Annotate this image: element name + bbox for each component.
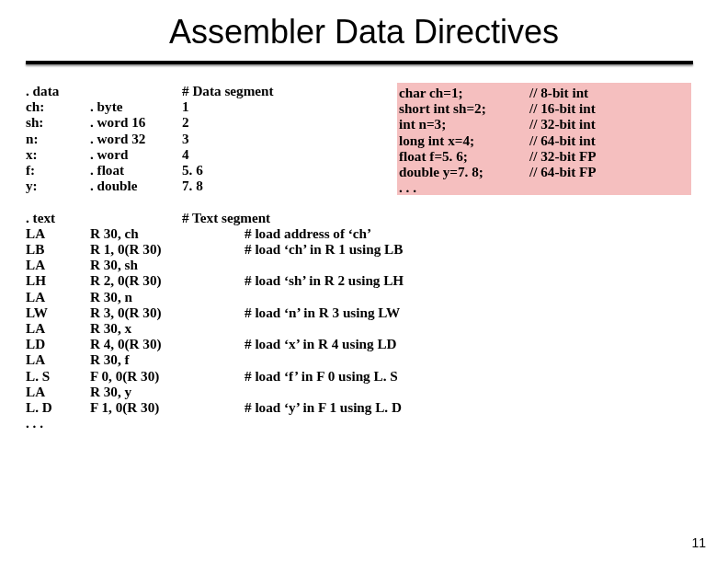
asm-arg: 7. 8 [182, 178, 245, 193]
asm-label: ch: [26, 98, 90, 114]
asm-arg [182, 241, 245, 257]
asm-label: y: [26, 178, 90, 193]
asm-text-row: LH R 2, 0(R 30) # load ‘sh’ in R 2 using… [26, 272, 404, 288]
asm-label: sh: [26, 114, 90, 130]
asm-data-header: . data # Data segment [26, 83, 404, 98]
asm-label: n: [26, 131, 90, 146]
asm-label: f: [26, 162, 90, 178]
asm-op: R 4, 0(R 30) [90, 336, 182, 351]
asm-data-row: sh: . word 16 2 [26, 114, 404, 130]
asm-arg: 2 [182, 114, 245, 130]
asm-op: . byte [90, 98, 182, 114]
asm-label: L. D [26, 399, 90, 415]
asm-op [90, 83, 182, 98]
asm-label: LH [26, 272, 90, 288]
asm-arg [182, 368, 245, 384]
asm-text-row: LW R 3, 0(R 30) # load ‘n’ in R 3 using … [26, 304, 404, 320]
asm-arg [182, 272, 245, 288]
c-code-row: float f=5. 6; // 32-bit FP [399, 148, 691, 164]
asm-arg [182, 304, 245, 320]
asm-label: LA [26, 257, 90, 272]
asm-arg [182, 336, 245, 351]
asm-op: R 30, y [90, 384, 182, 399]
asm-label: LA [26, 351, 90, 367]
asm-op: R 30, ch [90, 225, 182, 241]
asm-text-row: LA R 30, n [26, 289, 404, 304]
asm-label: x: [26, 146, 90, 162]
asm-arg: 4 [182, 146, 245, 162]
asm-label: LD [26, 336, 90, 351]
title-underline [26, 61, 693, 64]
c-code-block: char ch=1; // 8-bit int short int sh=2; … [397, 83, 691, 195]
asm-op: R 30, f [90, 351, 182, 367]
asm-op: . float [90, 162, 182, 178]
asm-arg: 5. 6 [182, 162, 245, 178]
asm-text-row: L. D F 1, 0(R 30) # load ‘y’ in F 1 usin… [26, 399, 404, 415]
asm-op: R 1, 0(R 30) [90, 241, 182, 257]
asm-cmt: # load ‘y’ in F 1 using L. D [245, 399, 402, 415]
asm-op: F 1, 0(R 30) [90, 399, 182, 415]
asm-op: F 0, 0(R 30) [90, 368, 182, 384]
c-code-row: long int x=4; // 64-bit int [399, 132, 691, 148]
asm-text-row: L. S F 0, 0(R 30) # load ‘f’ in F 0 usin… [26, 368, 404, 384]
c-stmt: . . . [399, 179, 529, 195]
asm-arg: # Data segment [182, 83, 245, 98]
c-stmt: char ch=1; [399, 85, 529, 100]
asm-arg [182, 257, 245, 272]
c-comment: // 32-bit int [529, 116, 596, 132]
asm-text-row: LA R 30, x [26, 320, 404, 336]
assembly-block: . data # Data segment ch: . byte 1 sh: .… [26, 83, 404, 431]
asm-arg: 1 [182, 98, 245, 114]
asm-data-row: n: . word 32 3 [26, 131, 404, 146]
c-stmt: float f=5. 6; [399, 148, 529, 164]
c-comment: // 64-bit int [529, 132, 596, 148]
asm-op: . double [90, 178, 182, 193]
c-stmt: long int x=4; [399, 132, 529, 148]
asm-label: LW [26, 304, 90, 320]
asm-text-row: LD R 4, 0(R 30) # load ‘x’ in R 4 using … [26, 336, 404, 351]
asm-op: R 2, 0(R 30) [90, 272, 182, 288]
asm-label: . . . [26, 415, 90, 431]
asm-text-row: LB R 1, 0(R 30) # load ‘ch’ in R 1 using… [26, 241, 404, 257]
c-stmt: int n=3; [399, 116, 529, 132]
c-comment: // 16-bit int [529, 100, 596, 116]
c-code-row: int n=3; // 32-bit int [399, 116, 691, 132]
asm-data-row: y: . double 7. 8 [26, 178, 404, 193]
c-code-row: char ch=1; // 8-bit int [399, 85, 691, 100]
asm-cmt: # load ‘x’ in R 4 using LD [245, 336, 397, 351]
asm-arg: # Text segment [182, 210, 245, 225]
asm-arg [182, 351, 245, 367]
slide-title: Assembler Data Directives [0, 0, 728, 61]
asm-op: . word 32 [90, 131, 182, 146]
page-number: 11 [691, 535, 706, 550]
c-stmt: double y=7. 8; [399, 164, 529, 179]
asm-op [90, 210, 182, 225]
asm-op: R 30, sh [90, 257, 182, 272]
asm-label: LA [26, 289, 90, 304]
asm-op: R 30, x [90, 320, 182, 336]
blank-line [26, 193, 404, 209]
asm-arg: 3 [182, 131, 245, 146]
asm-cmt: # load ‘ch’ in R 1 using LB [245, 241, 403, 257]
c-code-row: short int sh=2; // 16-bit int [399, 100, 691, 116]
asm-label: LA [26, 320, 90, 336]
asm-data-row: x: . word 4 [26, 146, 404, 162]
c-code-row: . . . [399, 179, 691, 195]
asm-arg [182, 225, 245, 241]
c-stmt: short int sh=2; [399, 100, 529, 116]
asm-arg [182, 415, 245, 431]
asm-label: LA [26, 384, 90, 399]
asm-cmt: # load ‘n’ in R 3 using LW [245, 304, 400, 320]
asm-op: . word 16 [90, 114, 182, 130]
asm-text-row: LA R 30, y [26, 384, 404, 399]
asm-label: . data [26, 83, 90, 98]
asm-data-row: ch: . byte 1 [26, 98, 404, 114]
asm-text-row: . . . [26, 415, 404, 431]
asm-label: LB [26, 241, 90, 257]
asm-label: . text [26, 210, 90, 225]
asm-text-row: LA R 30, f [26, 351, 404, 367]
c-comment: // 8-bit int [529, 85, 588, 100]
asm-arg [182, 320, 245, 336]
asm-op [90, 415, 182, 431]
asm-op: R 30, n [90, 289, 182, 304]
